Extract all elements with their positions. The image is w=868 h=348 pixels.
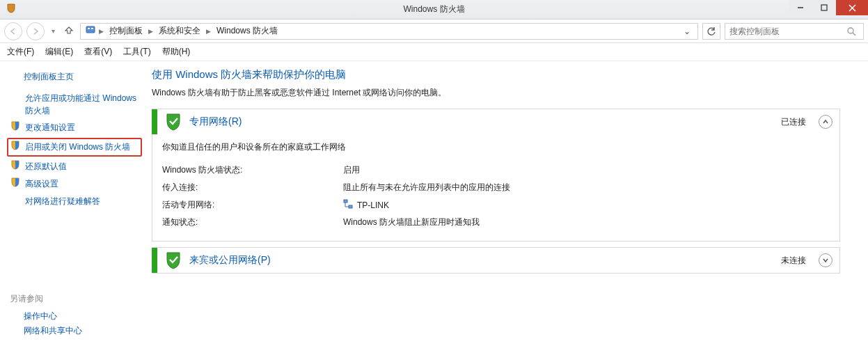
shield-icon (10, 141, 21, 154)
sidebar-troubleshoot[interactable]: 对网络进行疑难解答 (10, 193, 139, 209)
up-button[interactable] (62, 25, 76, 37)
arrow-right-icon (31, 27, 40, 35)
sidebar-restore-defaults[interactable]: 还原默认值 (10, 158, 139, 175)
private-network-subtitle: 你知道且信任的用户和设备所在的家庭或工作网络 (162, 141, 830, 153)
menu-help[interactable]: 帮助(H) (162, 46, 191, 58)
sidebar-item-label: 允许应用或功能通过 Windows 防火墙 (25, 92, 139, 117)
menu-edit[interactable]: 编辑(E) (45, 46, 73, 58)
svg-point-7 (848, 28, 853, 33)
control-panel-home-link[interactable]: 控制面板主页 (24, 71, 139, 83)
status-indicator-green (152, 109, 157, 134)
search-field[interactable] (729, 26, 846, 36)
public-network-status: 未连接 (781, 255, 806, 267)
app-icon (4, 3, 18, 15)
private-network-status: 已连接 (781, 116, 806, 128)
menu-file[interactable]: 文件(F) (7, 46, 34, 58)
forward-button[interactable] (26, 22, 45, 40)
chevron-right-icon: ▶ (206, 28, 211, 35)
svg-rect-10 (349, 205, 352, 208)
active-network-value: TP-LINK (357, 200, 389, 210)
private-network-title: 专用网络(R) (189, 116, 774, 128)
search-input[interactable] (725, 23, 864, 40)
public-network-panel: 来宾或公用网络(P) 未连接 (152, 247, 840, 274)
row-active-network: 活动专用网络: TP-LINK (162, 196, 830, 214)
seealso-action-center[interactable]: 操作中心 (10, 309, 82, 324)
crumb-system-security[interactable]: 系统和安全 (156, 25, 203, 37)
arrow-up-icon (64, 25, 74, 35)
svg-rect-1 (821, 5, 827, 10)
row-firewall-state: Windows 防火墙状态: 启用 (162, 161, 830, 179)
shield-ok-icon (164, 251, 182, 269)
chevron-up-icon (822, 118, 829, 125)
svg-rect-4 (86, 26, 95, 33)
shield-icon (10, 121, 21, 134)
arrow-left-icon (9, 27, 17, 35)
private-network-header[interactable]: 专用网络(R) 已连接 (152, 109, 839, 134)
menu-tools[interactable]: 工具(T) (123, 46, 150, 58)
row-incoming: 传入连接: 阻止所有与未在允许应用列表中的应用的连接 (162, 179, 830, 196)
sidebar-item-label: 启用或关闭 Windows 防火墙 (25, 141, 139, 153)
seealso-heading: 另请参阅 (10, 293, 82, 305)
search-icon (846, 26, 856, 36)
page-description: Windows 防火墙有助于防止黑客或恶意软件通过 Internet 或网络访问… (152, 87, 840, 99)
sidebar-item-label: 还原默认值 (25, 160, 139, 173)
window-title: Windows 防火墙 (403, 3, 464, 15)
minimize-button[interactable] (789, 0, 812, 15)
sidebar-advanced[interactable]: 高级设置 (10, 175, 139, 193)
shield-icon (10, 177, 21, 191)
page-heading: 使用 Windows 防火墙来帮助保护你的电脑 (152, 68, 840, 81)
close-button[interactable] (836, 0, 868, 15)
sidebar-item-label: 对网络进行疑难解答 (25, 195, 139, 207)
sidebar-change-notify[interactable]: 更改通知设置 (10, 119, 139, 136)
menu-view[interactable]: 查看(V) (84, 46, 112, 58)
expand-button[interactable] (819, 253, 833, 267)
chevron-right-icon: ▶ (99, 28, 104, 35)
shield-ok-icon (164, 113, 182, 131)
public-network-header[interactable]: 来宾或公用网络(P) 未连接 (152, 248, 839, 273)
public-network-title: 来宾或公用网络(P) (189, 254, 774, 267)
sidebar-item-label: 高级设置 (25, 177, 139, 190)
sidebar-toggle-firewall[interactable]: 启用或关闭 Windows 防火墙 (7, 138, 142, 157)
control-panel-icon (85, 24, 96, 38)
refresh-icon (707, 26, 716, 36)
shield-icon (10, 160, 21, 173)
breadcrumb[interactable]: ▶ 控制面板 ▶ 系统和安全 ▶ Windows 防火墙 ⌄ (80, 23, 698, 40)
address-dropdown[interactable]: ⌄ (681, 26, 693, 36)
private-network-panel: 专用网络(R) 已连接 你知道且信任的用户和设备所在的家庭或工作网络 Windo… (152, 109, 840, 242)
collapse-button[interactable] (819, 115, 833, 129)
maximize-button[interactable] (812, 0, 836, 15)
svg-rect-9 (344, 200, 347, 203)
chevron-down-icon (822, 257, 829, 264)
crumb-control-panel[interactable]: 控制面板 (106, 25, 145, 37)
refresh-button[interactable] (702, 23, 720, 40)
row-notify-state: 通知状态: Windows 防火墙阻止新应用时通知我 (162, 214, 830, 231)
svg-rect-5 (88, 28, 90, 29)
sidebar-item-label: 更改通知设置 (25, 121, 139, 134)
seealso-network-center[interactable]: 网络和共享中心 (10, 324, 82, 338)
svg-rect-6 (91, 28, 93, 29)
crumb-firewall[interactable]: Windows 防火墙 (214, 25, 281, 37)
history-dropdown[interactable]: ▾ (49, 27, 58, 35)
back-button[interactable] (4, 22, 22, 40)
network-icon (343, 199, 353, 211)
chevron-right-icon: ▶ (148, 28, 153, 35)
sidebar-allow-app[interactable]: 允许应用或功能通过 Windows 防火墙 (10, 90, 139, 119)
svg-line-8 (853, 33, 855, 35)
status-indicator-green (152, 248, 157, 273)
